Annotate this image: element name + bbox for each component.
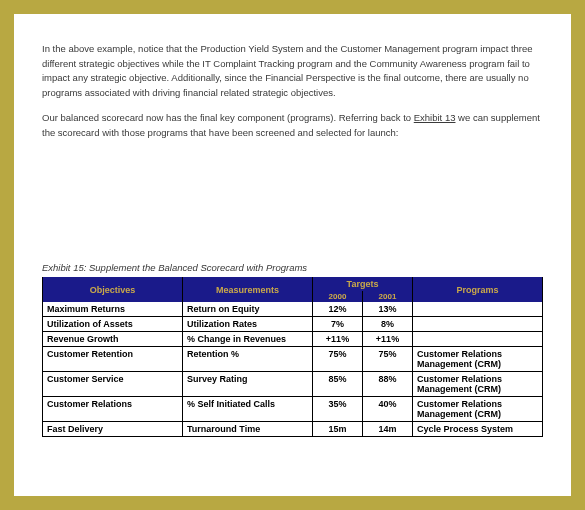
cell-target2: 88% (363, 372, 413, 397)
th-objectives: Objectives (43, 277, 183, 302)
table-row: Customer Retention Retention % 75% 75% C… (43, 347, 543, 372)
paragraph-2-before: Our balanced scorecard now has the final… (42, 112, 414, 123)
th-targets: Targets (313, 277, 413, 291)
cell-program (413, 332, 543, 347)
cell-objective: Customer Service (43, 372, 183, 397)
th-measurements: Measurements (183, 277, 313, 302)
cell-program (413, 317, 543, 332)
spacing (42, 150, 543, 262)
th-year2: 2001 (363, 291, 413, 302)
cell-objective: Maximum Returns (43, 302, 183, 317)
table-row: Maximum Returns Return on Equity 12% 13% (43, 302, 543, 317)
cell-target2: +11% (363, 332, 413, 347)
document-page: In the above example, notice that the Pr… (14, 14, 571, 496)
table-header-row: Objectives Measurements Targets Programs (43, 277, 543, 291)
table-row: Customer Relations % Self Initiated Call… (43, 397, 543, 422)
cell-objective: Utilization of Assets (43, 317, 183, 332)
cell-target1: 85% (313, 372, 363, 397)
th-programs: Programs (413, 277, 543, 302)
exhibit-title: Exhibit 15: Supplement the Balanced Scor… (42, 262, 543, 273)
cell-measurement: % Change in Revenues (183, 332, 313, 347)
cell-target2: 13% (363, 302, 413, 317)
cell-objective: Customer Retention (43, 347, 183, 372)
table-row: Utilization of Assets Utilization Rates … (43, 317, 543, 332)
cell-objective: Fast Delivery (43, 422, 183, 437)
cell-target2: 8% (363, 317, 413, 332)
cell-target1: 15m (313, 422, 363, 437)
cell-program: Customer Relations Management (CRM) (413, 347, 543, 372)
cell-objective: Revenue Growth (43, 332, 183, 347)
paragraph-2: Our balanced scorecard now has the final… (42, 111, 543, 140)
cell-measurement: Return on Equity (183, 302, 313, 317)
cell-target1: +11% (313, 332, 363, 347)
cell-objective: Customer Relations (43, 397, 183, 422)
cell-program: Customer Relations Management (CRM) (413, 397, 543, 422)
cell-target1: 12% (313, 302, 363, 317)
th-year1: 2000 (313, 291, 363, 302)
cell-target2: 75% (363, 347, 413, 372)
cell-target2: 14m (363, 422, 413, 437)
cell-program: Cycle Process System (413, 422, 543, 437)
table-row: Customer Service Survey Rating 85% 88% C… (43, 372, 543, 397)
cell-target2: 40% (363, 397, 413, 422)
cell-target1: 75% (313, 347, 363, 372)
cell-program (413, 302, 543, 317)
cell-measurement: Retention % (183, 347, 313, 372)
exhibit-13-link[interactable]: Exhibit 13 (414, 112, 456, 123)
table-row: Revenue Growth % Change in Revenues +11%… (43, 332, 543, 347)
cell-measurement: Survey Rating (183, 372, 313, 397)
scorecard-table: Objectives Measurements Targets Programs… (42, 277, 543, 437)
cell-measurement: Utilization Rates (183, 317, 313, 332)
cell-target1: 7% (313, 317, 363, 332)
paragraph-1: In the above example, notice that the Pr… (42, 42, 543, 101)
cell-target1: 35% (313, 397, 363, 422)
cell-measurement: % Self Initiated Calls (183, 397, 313, 422)
table-row: Fast Delivery Turnaround Time 15m 14m Cy… (43, 422, 543, 437)
cell-program: Customer Relations Management (CRM) (413, 372, 543, 397)
cell-measurement: Turnaround Time (183, 422, 313, 437)
